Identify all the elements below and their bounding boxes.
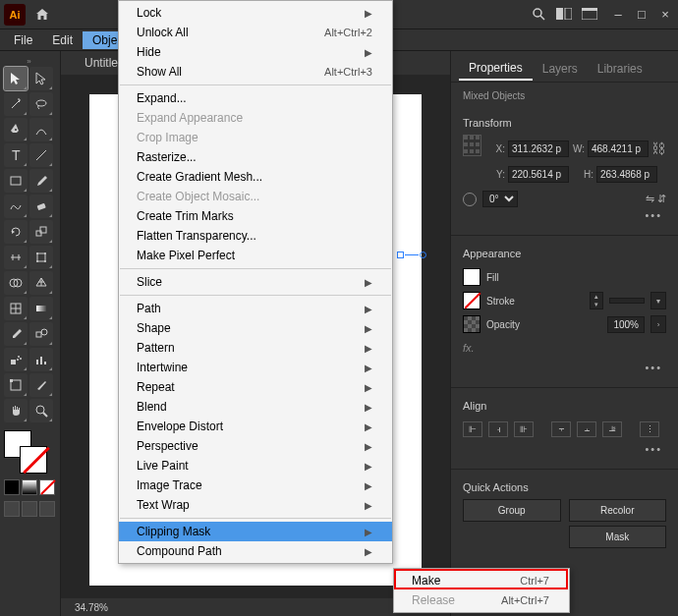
transform-more[interactable]: ••• [463,207,666,223]
width-tool[interactable] [4,246,28,269]
perspective-grid-tool[interactable] [29,271,53,295]
color-mode[interactable] [4,479,20,495]
artboard-tool[interactable] [4,373,28,397]
mi-image-trace[interactable]: Image Trace▶ [119,476,392,495]
zoom-tool[interactable] [29,399,53,422]
zoom-level[interactable]: 34.78% [75,602,108,613]
mi-repeat[interactable]: Repeat▶ [119,377,392,397]
workspace-icon[interactable] [582,8,597,22]
curvature-tool[interactable] [29,118,53,141]
mi-perspective[interactable]: Perspective▶ [119,436,392,456]
mi-shape[interactable]: Shape▶ [119,318,392,338]
tab-layers[interactable]: Layers [533,58,588,80]
stroke-weight-dropdown[interactable]: ▾ [650,292,666,309]
align-left-icon[interactable]: ⊩ [463,421,482,437]
submenu-make[interactable]: MakeCtrl+7 [394,571,569,590]
group-button[interactable]: Group [463,499,561,522]
flip-vertical-icon[interactable]: ⇵ [657,193,666,205]
fill-color[interactable] [463,268,480,286]
draw-behind[interactable] [22,501,37,517]
eraser-tool[interactable] [29,195,53,218]
mi-make-pixel-perfect[interactable]: Make Pixel Perfect [119,246,392,265]
mi-intertwine[interactable]: Intertwine▶ [119,358,392,377]
recolor-button[interactable]: Recolor [569,499,667,522]
align-vcenter-icon[interactable]: ⫠ [577,421,596,437]
mi-slice[interactable]: Slice▶ [119,272,392,292]
mi-unlock-all[interactable]: Unlock AllAlt+Ctrl+2 [119,23,392,42]
blend-tool[interactable] [29,322,53,346]
free-transform-tool[interactable] [29,246,53,269]
distribute-icon[interactable]: ⋮ [640,421,659,437]
opacity-label[interactable]: Opacity [486,319,520,330]
rotate-field[interactable]: 0° [482,191,518,207]
link-wh-icon[interactable]: ⛓ [650,135,666,162]
align-top-icon[interactable]: ⫟ [551,421,571,437]
direct-selection-tool[interactable] [29,67,53,90]
shape-builder-tool[interactable] [4,271,28,295]
mi-expand[interactable]: Expand... [119,88,392,108]
mi-envelope-distort[interactable]: Envelope Distort▶ [119,417,392,436]
stroke-label[interactable]: Stroke [486,296,515,307]
rectangle-tool[interactable] [4,169,28,193]
draw-normal[interactable] [4,501,20,517]
mi-text-wrap[interactable]: Text Wrap▶ [119,495,392,515]
anchor-handle[interactable] [397,252,426,258]
mi-pattern[interactable]: Pattern▶ [119,338,392,358]
draw-inside[interactable] [39,501,55,517]
none-mode[interactable] [39,479,55,495]
h-field[interactable] [596,166,657,183]
flip-horizontal-icon[interactable]: ⇋ [646,193,654,205]
mi-rasterize[interactable]: Rasterize... [119,147,392,167]
opacity-value[interactable]: 100% [607,316,645,333]
tab-libraries[interactable]: Libraries [588,58,652,80]
stroke-color[interactable] [463,292,480,309]
mi-compound-path[interactable]: Compound Path▶ [119,541,392,561]
reference-point[interactable] [463,135,481,156]
shaper-tool[interactable] [4,195,28,218]
panel-grabber[interactable]: » [0,57,60,65]
mask-button[interactable]: Mask [569,526,666,548]
stroke-weight-stepper[interactable]: ▴▾ [590,292,603,309]
mi-show-all[interactable]: Show AllAlt+Ctrl+3 [119,62,392,82]
mi-lock[interactable]: Lock▶ [119,3,392,23]
mi-path[interactable]: Path▶ [119,299,392,318]
symbol-sprayer-tool[interactable] [4,348,28,371]
gradient-mode[interactable] [22,479,37,495]
y-field[interactable] [508,166,569,183]
gradient-tool[interactable] [29,297,53,320]
column-graph-tool[interactable] [29,348,53,371]
mi-blend[interactable]: Blend▶ [119,397,392,417]
lasso-tool[interactable] [29,92,53,116]
align-bottom-icon[interactable]: ⫡ [602,421,622,437]
mi-create-gradient-mesh[interactable]: Create Gradient Mesh... [119,167,392,187]
tab-properties[interactable]: Properties [459,57,533,81]
selection-tool[interactable] [4,67,28,90]
paintbrush-tool[interactable] [29,169,53,193]
align-hcenter-icon[interactable]: ⫞ [488,421,508,437]
maximize-button[interactable]: □ [633,8,650,22]
line-segment-tool[interactable] [29,143,53,167]
align-right-icon[interactable]: ⊪ [514,421,534,437]
fx-button[interactable]: fx. [463,342,475,354]
stroke-swatch[interactable] [20,446,47,474]
home-icon[interactable] [33,6,51,24]
app-icon[interactable]: Ai [4,4,26,26]
mi-flatten-transparency[interactable]: Flatten Transparency... [119,226,392,246]
menu-file[interactable]: File [4,31,42,49]
magic-wand-tool[interactable] [4,92,28,116]
mi-create-trim-marks[interactable]: Create Trim Marks [119,206,392,226]
mi-live-paint[interactable]: Live Paint▶ [119,456,392,476]
w-field[interactable] [588,140,649,157]
opacity-dropdown[interactable]: › [650,315,666,333]
align-more[interactable]: ••• [463,441,666,457]
arrange-docs-icon[interactable] [556,8,572,22]
menu-edit[interactable]: Edit [42,31,83,49]
minimize-button[interactable]: – [609,8,627,22]
type-tool[interactable]: T [4,143,28,167]
search-icon[interactable] [531,6,546,24]
rotate-tool[interactable] [4,220,28,244]
mesh-tool[interactable] [4,297,28,320]
hand-tool[interactable] [4,399,28,422]
eyedropper-tool[interactable] [4,322,28,346]
pen-tool[interactable] [4,118,28,141]
